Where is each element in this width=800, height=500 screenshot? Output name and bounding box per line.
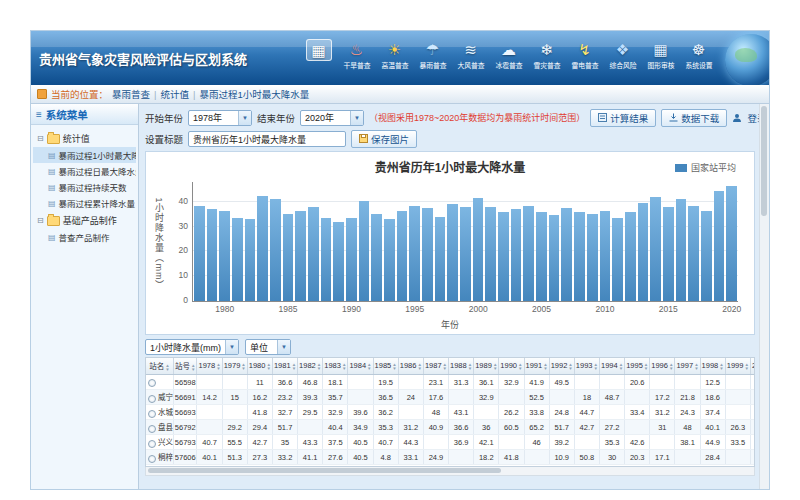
- col-year-1980[interactable]: 1980▲▼: [247, 358, 272, 375]
- module-settings[interactable]: ☸系统设置: [680, 39, 717, 71]
- sort-icon[interactable]: ▲▼: [619, 363, 623, 371]
- col-year-1992[interactable]: 1992▲▼: [549, 358, 574, 375]
- sort-icon[interactable]: ▲▼: [543, 363, 547, 371]
- horizontal-scrollbar[interactable]: [145, 467, 755, 476]
- chart-bar[interactable]: [270, 199, 281, 301]
- module-review[interactable]: ▦图形审核: [642, 39, 679, 71]
- chart-bar[interactable]: [549, 215, 560, 301]
- col-year-1996[interactable]: 1996▲▼: [650, 358, 675, 375]
- chart-bar[interactable]: [714, 191, 725, 301]
- sort-icon[interactable]: ▲▼: [392, 363, 396, 371]
- save-image-button[interactable]: 保存图片: [351, 130, 417, 148]
- col-year-1985[interactable]: 1985▲▼: [373, 358, 398, 375]
- sort-icon[interactable]: ▲▼: [744, 363, 748, 371]
- sort-icon[interactable]: ▲▼: [594, 363, 598, 371]
- sort-icon[interactable]: ▲▼: [694, 363, 698, 371]
- col-year-1989[interactable]: 1989▲▼: [474, 358, 499, 375]
- metric-select[interactable]: 1小时降水量(mm) ▼: [145, 339, 239, 355]
- module-hail[interactable]: ☁冰雹普查: [490, 39, 527, 71]
- sort-icon[interactable]: ▲▼: [241, 363, 245, 371]
- breadcrumb-item[interactable]: 统计值: [161, 87, 190, 101]
- chart-bar[interactable]: [295, 211, 306, 301]
- data-table-viewport[interactable]: 站名▲▼站号▲▼1978▲▼1979▲▼1980▲▼1981▲▼1982▲▼19…: [145, 357, 755, 467]
- chart-bar[interactable]: [321, 218, 332, 301]
- horizontal-scrollbar-thumb[interactable]: [148, 468, 501, 473]
- col-year-1994[interactable]: 1994▲▼: [599, 358, 624, 375]
- col-year-1999[interactable]: 1999▲▼: [725, 358, 750, 375]
- tree-item[interactable]: ▤普查产品制作: [33, 229, 136, 245]
- module-risk[interactable]: ❖综合风险: [604, 39, 641, 71]
- tree-group[interactable]: ⊟统计值: [33, 129, 136, 147]
- chart-bar[interactable]: [574, 212, 585, 301]
- col-year-1997[interactable]: 1997▲▼: [675, 358, 700, 375]
- col-year-1981[interactable]: 1981▲▼: [272, 358, 297, 375]
- col-year-1998[interactable]: 1998▲▼: [700, 358, 725, 375]
- row-radio-icon[interactable]: [148, 440, 156, 448]
- col-id[interactable]: 站号▲▼: [174, 358, 197, 375]
- module-snow[interactable]: ❄雪灾普查: [528, 39, 565, 71]
- chart-bar[interactable]: [333, 222, 344, 301]
- sort-icon[interactable]: ▲▼: [468, 363, 472, 371]
- chart-bar[interactable]: [726, 186, 737, 301]
- vertical-scrollbar[interactable]: [759, 104, 769, 490]
- chart-legend[interactable]: 国家站平均: [675, 161, 736, 174]
- table-row[interactable]: 兴义5679340.755.542.73543.337.540.540.744.…: [146, 435, 755, 450]
- chart-bar[interactable]: [523, 206, 534, 301]
- chart-title-input[interactable]: 贵州省历年1小时最大降水量: [188, 131, 346, 147]
- chart-bar[interactable]: [232, 218, 243, 301]
- chart-bar[interactable]: [397, 211, 408, 301]
- sort-icon[interactable]: ▲▼: [292, 363, 296, 371]
- chart-bar[interactable]: [612, 218, 623, 301]
- row-radio-icon[interactable]: [148, 455, 156, 463]
- col-year-1991[interactable]: 1991▲▼: [524, 358, 549, 375]
- chart-bar[interactable]: [536, 212, 547, 301]
- col-year-1990[interactable]: 1990▲▼: [499, 358, 524, 375]
- tree-group[interactable]: ⊟基础产品制作: [33, 211, 136, 229]
- sort-icon[interactable]: ▲▼: [317, 363, 321, 371]
- sort-icon[interactable]: ▲▼: [669, 363, 673, 371]
- chart-bar[interactable]: [194, 206, 205, 301]
- col-year-1984[interactable]: 1984▲▼: [348, 358, 373, 375]
- sort-icon[interactable]: ▲▼: [518, 363, 522, 371]
- table-row[interactable]: 水城5669341.832.729.532.939.636.24843.126.…: [146, 405, 755, 420]
- chart-bar[interactable]: [688, 206, 699, 301]
- chart-bar[interactable]: [701, 211, 712, 301]
- col-year-1987[interactable]: 1987▲▼: [423, 358, 448, 375]
- sort-icon[interactable]: ▲▼: [191, 364, 195, 372]
- vertical-scrollbar-thumb[interactable]: [761, 106, 767, 216]
- sort-icon[interactable]: ▲▼: [216, 363, 220, 371]
- tree-item[interactable]: ▤暴雨过程累计降水量: [33, 195, 136, 211]
- chart-bar[interactable]: [447, 204, 458, 301]
- chart-bar[interactable]: [650, 197, 661, 301]
- sort-icon[interactable]: ▲▼: [266, 363, 270, 371]
- sort-icon[interactable]: ▲▼: [367, 363, 371, 371]
- col-year-1988[interactable]: 1988▲▼: [449, 358, 474, 375]
- unit-select[interactable]: 单位 ▼: [245, 339, 291, 355]
- chart-bar[interactable]: [384, 219, 395, 301]
- chart-bar[interactable]: [460, 207, 471, 301]
- chart-bar[interactable]: [511, 209, 522, 301]
- sort-icon[interactable]: ▲▼: [644, 363, 648, 371]
- chart-bar[interactable]: [485, 207, 496, 301]
- col-station[interactable]: 站名▲▼: [146, 358, 174, 375]
- sort-icon[interactable]: ▲▼: [417, 363, 421, 371]
- module-heat[interactable]: ☀高温普查: [376, 39, 413, 71]
- table-row[interactable]: 桐梓5760640.151.327.333.241.127.640.54.833…: [146, 450, 755, 465]
- row-radio-icon[interactable]: [148, 395, 156, 403]
- table-row[interactable]: 565981136.646.818.119.523.131.336.132.94…: [146, 375, 755, 390]
- sort-icon[interactable]: ▲▼: [165, 364, 169, 372]
- chart-bar[interactable]: [219, 211, 230, 301]
- tree-item[interactable]: ▤暴雨过程1小时最大降水量: [33, 147, 136, 163]
- row-radio-icon[interactable]: [148, 425, 156, 433]
- chart-bar[interactable]: [663, 207, 674, 301]
- col-year-1982[interactable]: 1982▲▼: [298, 358, 323, 375]
- row-radio-icon[interactable]: [148, 379, 156, 387]
- chart-bar[interactable]: [625, 212, 636, 301]
- col-year-2000[interactable]: 2000▲▼: [750, 358, 755, 375]
- col-year-1993[interactable]: 1993▲▼: [574, 358, 599, 375]
- breadcrumb-item[interactable]: 暴雨过程1小时最大降水量: [199, 87, 309, 101]
- end-year-select[interactable]: 2020年 ▼: [300, 110, 364, 126]
- chart-bar[interactable]: [207, 209, 218, 301]
- collapse-icon[interactable]: ⊟: [37, 217, 44, 225]
- calculate-button[interactable]: 计算结果: [590, 109, 656, 127]
